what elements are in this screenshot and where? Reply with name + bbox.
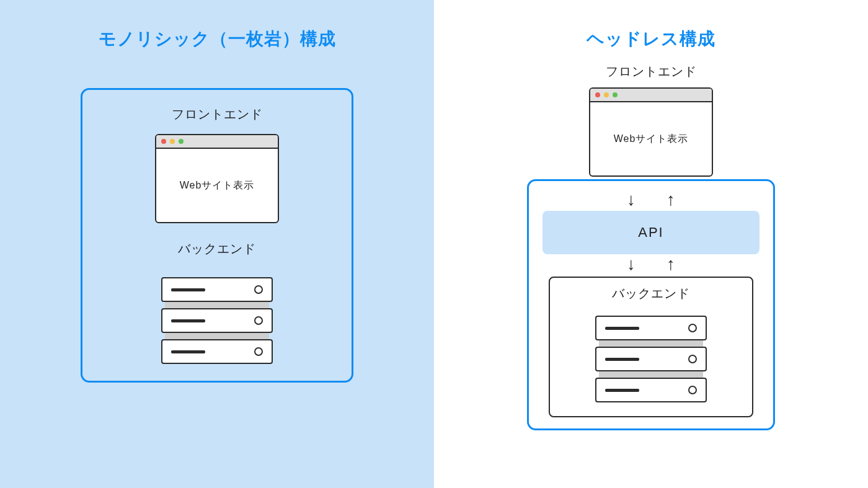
arrows-api-backend: ↓ ↑ bbox=[529, 255, 773, 273]
server-rack-icon bbox=[595, 316, 707, 402]
server-tray bbox=[595, 378, 707, 402]
window-close-icon bbox=[595, 92, 600, 97]
server-tray bbox=[595, 316, 707, 340]
browser-text: Webサイト表示 bbox=[180, 179, 255, 192]
browser-titlebar bbox=[156, 135, 278, 149]
server-tray bbox=[161, 277, 273, 302]
browser-window-icon: Webサイト表示 bbox=[589, 87, 713, 177]
monolithic-container: フロントエンド Webサイト表示 バックエンド bbox=[81, 88, 353, 383]
headless-container: ↓ ↑ API ↓ ↑ バックエンド bbox=[527, 179, 775, 430]
arrow-down-icon: ↓ bbox=[627, 255, 636, 273]
arrow-down-icon: ↓ bbox=[627, 191, 636, 208]
arrow-up-icon: ↑ bbox=[666, 255, 675, 273]
diagram-canvas: モノリシック（一枚岩）構成 フロントエンド Webサイト表示 バックエンド bbox=[0, 0, 868, 488]
frontend-block: フロントエンド Webサイト表示 bbox=[434, 63, 868, 177]
window-zoom-icon bbox=[613, 92, 618, 97]
server-tray bbox=[161, 308, 273, 333]
backend-label: バックエンド bbox=[550, 285, 752, 302]
backend-label: バックエンド bbox=[82, 241, 352, 257]
server-tray bbox=[595, 347, 707, 371]
headless-title: ヘッドレス構成 bbox=[434, 27, 868, 51]
window-minimize-icon bbox=[170, 139, 175, 144]
backend-frame: バックエンド bbox=[549, 277, 753, 417]
browser-titlebar bbox=[590, 89, 712, 102]
browser-text: Webサイト表示 bbox=[614, 133, 689, 146]
frontend-label: フロントエンド bbox=[82, 106, 352, 123]
browser-body: Webサイト表示 bbox=[590, 102, 712, 175]
arrows-frontend-api: ↓ ↑ bbox=[529, 191, 773, 208]
browser-window-icon: Webサイト表示 bbox=[155, 134, 279, 223]
browser-body: Webサイト表示 bbox=[156, 149, 278, 222]
headless-panel: ヘッドレス構成 フロントエンド Webサイト表示 ↓ bbox=[434, 0, 868, 488]
frontend-label: フロントエンド bbox=[434, 63, 868, 80]
arrow-up-icon: ↑ bbox=[666, 191, 675, 208]
api-layer: API bbox=[542, 211, 760, 254]
monolithic-title: モノリシック（一枚岩）構成 bbox=[0, 27, 434, 51]
window-zoom-icon bbox=[179, 139, 184, 144]
server-rack-icon bbox=[161, 277, 273, 364]
window-close-icon bbox=[161, 139, 166, 144]
monolithic-panel: モノリシック（一枚岩）構成 フロントエンド Webサイト表示 バックエンド bbox=[0, 0, 434, 488]
server-tray bbox=[161, 339, 273, 364]
window-minimize-icon bbox=[604, 92, 609, 97]
